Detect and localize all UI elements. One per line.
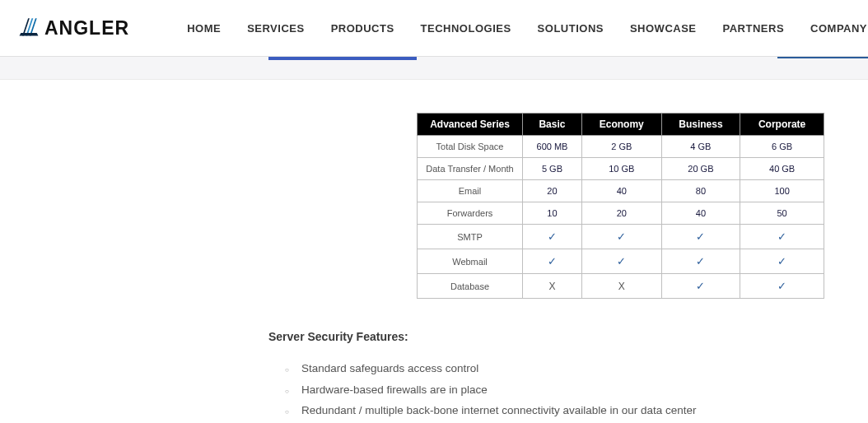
pricing-tbody: Total Disk Space600 MB2 GB4 GB6 GBData T… xyxy=(418,136,824,299)
list-item: Hardware-based firewalls are in place xyxy=(301,379,843,401)
check-icon: ✓ xyxy=(617,255,626,267)
inactive-tab-indicator xyxy=(777,57,868,58)
cell: X xyxy=(523,274,582,299)
primary-nav: HOME SERVICES PRODUCTS TECHNOLOGIES SOLU… xyxy=(187,22,868,35)
check-icon: ✓ xyxy=(617,230,626,243)
cell: ✓ xyxy=(661,274,740,299)
features-list: Standard safeguards access control Hardw… xyxy=(268,358,843,421)
list-item: Standard safeguards access control xyxy=(301,358,843,379)
cell: 20 GB xyxy=(661,158,740,180)
table-row: Data Transfer / Month5 GB10 GB20 GB40 GB xyxy=(418,158,824,180)
cell: 600 MB xyxy=(523,136,582,158)
row-label: SMTP xyxy=(418,225,523,249)
check-icon: ✓ xyxy=(777,280,786,292)
cell: 80 xyxy=(661,180,740,202)
cell: ✓ xyxy=(661,225,740,249)
th-business: Business xyxy=(661,114,740,136)
th-series: Advanced Series xyxy=(418,114,523,136)
table-row: Webmail✓✓✓✓ xyxy=(418,249,824,274)
header: ANGLER HOME SERVICES PRODUCTS TECHNOLOGI… xyxy=(0,0,868,57)
cell: 40 GB xyxy=(740,158,824,180)
cell: 5 GB xyxy=(523,158,582,180)
check-icon: ✓ xyxy=(696,280,705,292)
check-icon: ✓ xyxy=(548,255,557,267)
cell: ✓ xyxy=(740,225,824,249)
cell: 40 xyxy=(661,202,740,225)
cell: 10 xyxy=(523,202,582,225)
th-economy: Economy xyxy=(581,114,661,136)
row-label: Data Transfer / Month xyxy=(418,158,523,180)
cell: ✓ xyxy=(581,225,661,249)
section-heading: Server Security Features: xyxy=(268,330,843,343)
cell: ✓ xyxy=(581,249,661,274)
cell: 2 GB xyxy=(581,136,661,158)
pricing-table: Advanced Series Basic Economy Business C… xyxy=(417,113,824,299)
cross-icon: X xyxy=(548,281,555,292)
cell: 100 xyxy=(740,180,824,202)
row-label: Database xyxy=(418,274,523,299)
row-label: Forwarders xyxy=(418,202,523,225)
logo[interactable]: ANGLER xyxy=(16,15,129,41)
main-content: Advanced Series Basic Economy Business C… xyxy=(0,80,868,423)
cell: 4 GB xyxy=(661,136,740,158)
cell: 6 GB xyxy=(740,136,824,158)
nav-home[interactable]: HOME xyxy=(187,22,221,35)
active-tab-indicator xyxy=(268,57,417,60)
nav-technologies[interactable]: TECHNOLOGIES xyxy=(421,22,511,35)
cell: 10 GB xyxy=(581,158,661,180)
row-label: Email xyxy=(418,180,523,202)
check-icon: ✓ xyxy=(696,230,705,243)
check-icon: ✓ xyxy=(696,255,705,267)
nav-services[interactable]: SERVICES xyxy=(247,22,305,35)
table-row: Email204080100 xyxy=(418,180,824,202)
logo-text: ANGLER xyxy=(44,17,129,40)
check-icon: ✓ xyxy=(777,255,786,267)
cell: 20 xyxy=(523,180,582,202)
cell: 40 xyxy=(581,180,661,202)
cell: ✓ xyxy=(661,249,740,274)
cell: ✓ xyxy=(740,249,824,274)
check-icon: ✓ xyxy=(548,230,557,243)
nav-partners[interactable]: PARTNERS xyxy=(723,22,785,35)
table-row: Total Disk Space600 MB2 GB4 GB6 GB xyxy=(418,136,824,158)
cell: ✓ xyxy=(740,274,824,299)
nav-solutions[interactable]: SOLUTIONS xyxy=(538,22,604,35)
row-label: Total Disk Space xyxy=(418,136,523,158)
nav-showcase[interactable]: SHOWCASE xyxy=(630,22,697,35)
table-row: Forwarders10204050 xyxy=(418,202,824,225)
list-item: Redundant / multiple back-bone internet … xyxy=(301,400,843,421)
angler-logo-icon xyxy=(16,15,41,41)
table-row: SMTP✓✓✓✓ xyxy=(418,225,824,249)
cell: ✓ xyxy=(523,225,582,249)
cross-icon: X xyxy=(618,281,625,292)
th-basic: Basic xyxy=(523,114,582,136)
row-label: Webmail xyxy=(418,249,523,274)
cell: ✓ xyxy=(523,249,582,274)
check-icon: ✓ xyxy=(777,230,786,243)
nav-company[interactable]: COMPANY xyxy=(810,22,867,35)
table-header-row: Advanced Series Basic Economy Business C… xyxy=(418,114,824,136)
table-row: DatabaseXX✓✓ xyxy=(418,274,824,299)
tabs-bar xyxy=(0,57,868,80)
nav-products[interactable]: PRODUCTS xyxy=(331,22,394,35)
cell: 20 xyxy=(581,202,661,225)
th-corporate: Corporate xyxy=(740,114,824,136)
cell: X xyxy=(581,274,661,299)
cell: 50 xyxy=(740,202,824,225)
